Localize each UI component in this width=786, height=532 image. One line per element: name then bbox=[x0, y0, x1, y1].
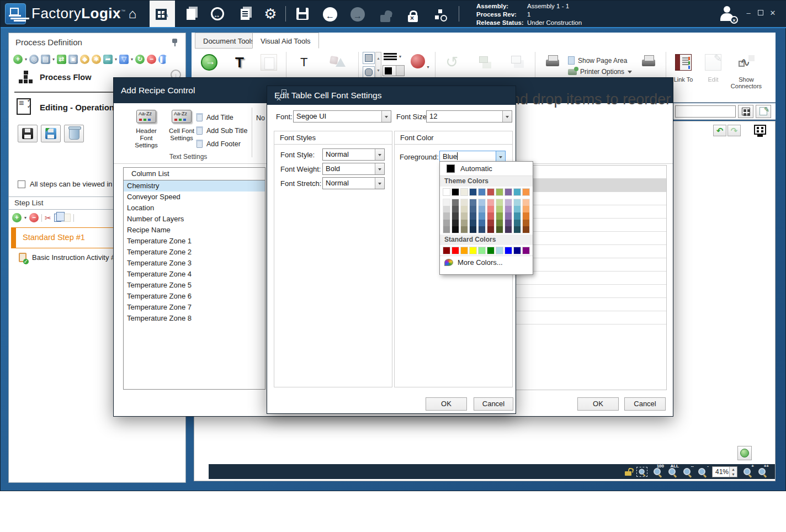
theme-variant-swatch[interactable] bbox=[487, 206, 494, 212]
printer-options-item[interactable]: Printer Options bbox=[568, 68, 633, 76]
theme-variant-swatch[interactable] bbox=[479, 226, 485, 233]
line-style-caret-icon[interactable]: ▾ bbox=[399, 54, 401, 59]
theme-variant-swatch[interactable] bbox=[505, 212, 512, 219]
process-editor-icon[interactable] bbox=[153, 6, 169, 22]
theme-variant-swatch[interactable] bbox=[505, 199, 512, 206]
zoom-in-icon[interactable]: + bbox=[742, 467, 752, 477]
theme-variant-swatch[interactable] bbox=[443, 212, 450, 219]
import-step-button[interactable] bbox=[41, 125, 61, 142]
export-icon[interactable]: ➦ bbox=[103, 55, 113, 64]
print-icon[interactable]: ▤ bbox=[41, 55, 50, 64]
theme-color-swatch[interactable] bbox=[443, 188, 450, 196]
standard-color-dark-red[interactable] bbox=[443, 247, 450, 254]
history-icon[interactable]: ↻ bbox=[135, 55, 145, 64]
standard-color-orange[interactable] bbox=[460, 247, 468, 254]
font-ok-button[interactable]: OK bbox=[426, 397, 467, 411]
fill-caret-icon[interactable]: ▾ bbox=[427, 65, 429, 70]
column-list-item[interactable]: Chemistry bbox=[124, 180, 265, 191]
refresh-view-button[interactable] bbox=[737, 446, 752, 460]
theme-color-swatch[interactable] bbox=[496, 188, 503, 196]
standard-color-green[interactable] bbox=[487, 247, 495, 254]
tab-visual-aid-tools[interactable]: Visual Aid Tools bbox=[252, 33, 319, 49]
theme-variant-swatch[interactable] bbox=[452, 226, 459, 233]
column-list-item[interactable]: Temperature Zone 3 bbox=[124, 258, 265, 269]
theme-variant-swatch[interactable] bbox=[470, 226, 476, 233]
theme-variant-swatch[interactable] bbox=[470, 212, 476, 219]
column-list-item[interactable]: Number of Layers bbox=[124, 214, 265, 225]
standard-color-blue[interactable] bbox=[504, 247, 512, 254]
add-footer-item[interactable]: Add Footer bbox=[197, 137, 257, 151]
header-font-settings-button[interactable]: Header Font Settings bbox=[129, 108, 163, 156]
gear-icon[interactable]: ⚙ bbox=[262, 6, 279, 22]
theme-variant-swatch[interactable] bbox=[487, 220, 494, 226]
theme-variant-swatch[interactable] bbox=[487, 212, 494, 219]
show-page-area-item[interactable]: Show Page Area bbox=[568, 56, 633, 65]
theme-variant-swatch[interactable] bbox=[479, 212, 485, 219]
column-list-item[interactable]: Temperature Zone 6 bbox=[124, 291, 265, 302]
theme-variant-swatch[interactable] bbox=[443, 206, 450, 212]
recipe-ok-button[interactable]: OK bbox=[577, 397, 619, 411]
line-color-combo[interactable] bbox=[383, 65, 405, 76]
add-icon[interactable]: + bbox=[13, 55, 23, 64]
theme-variant-swatch[interactable] bbox=[487, 199, 494, 206]
font-dialog-titlebar[interactable]: Edit Table Cell Font Settings – ✕ bbox=[267, 86, 516, 105]
theme-variant-swatch[interactable] bbox=[523, 212, 529, 219]
theme-variant-swatch[interactable] bbox=[496, 212, 503, 219]
arrange-icon[interactable]: ⇄ bbox=[57, 55, 66, 64]
cut-icon[interactable]: ✂ bbox=[45, 214, 51, 222]
column-list-item[interactable]: Temperature Zone 7 bbox=[124, 302, 265, 313]
print-caret-icon[interactable]: ▾ bbox=[52, 57, 55, 62]
recipe-cancel-button[interactable]: Cancel bbox=[624, 397, 666, 411]
lock-x-icon[interactable]: × bbox=[405, 6, 421, 22]
column-list-item[interactable]: Location bbox=[124, 203, 265, 214]
theme-variant-swatch[interactable] bbox=[461, 220, 468, 226]
documents-icon[interactable] bbox=[183, 6, 199, 22]
font-stretch-combo[interactable]: Normal bbox=[322, 177, 385, 189]
gear-icon[interactable]: ✱ bbox=[92, 55, 101, 64]
theme-variant-swatch[interactable] bbox=[479, 206, 485, 212]
theme-variant-swatch[interactable] bbox=[479, 220, 485, 226]
theme-variant-swatch[interactable] bbox=[505, 206, 512, 212]
theme-variant-swatch[interactable] bbox=[514, 220, 521, 226]
font-family-combo[interactable]: Segoe UI bbox=[293, 110, 391, 123]
column-list-item[interactable]: Temperature Zone 1 bbox=[124, 236, 265, 247]
delete-step-button[interactable] bbox=[64, 125, 84, 142]
theme-variant-swatch[interactable] bbox=[461, 212, 468, 219]
find-icon[interactable]: ◎ bbox=[29, 55, 39, 64]
theme-variant-swatch[interactable] bbox=[523, 220, 529, 226]
unlock-icon[interactable] bbox=[377, 6, 394, 22]
theme-variant-swatch[interactable] bbox=[514, 226, 521, 233]
font-size-combo[interactable]: 12 bbox=[426, 110, 512, 123]
theme-variant-swatch[interactable] bbox=[523, 206, 529, 212]
copy-icon[interactable] bbox=[54, 214, 61, 222]
paste-icon[interactable] bbox=[64, 214, 71, 222]
theme-variant-swatch[interactable] bbox=[479, 199, 485, 206]
add-caret-icon[interactable]: ▾ bbox=[25, 57, 27, 62]
theme-variant-swatch[interactable] bbox=[470, 199, 476, 206]
theme-variant-swatch[interactable] bbox=[452, 206, 459, 212]
column-list-item[interactable]: Temperature Zone 8 bbox=[124, 313, 265, 324]
font-cancel-button[interactable]: Cancel bbox=[474, 397, 513, 411]
report-icon[interactable] bbox=[237, 6, 253, 22]
minimize-button[interactable]: – bbox=[743, 9, 753, 17]
square-shape-button[interactable] bbox=[363, 52, 375, 64]
zoom-all-icon[interactable]: ALL bbox=[667, 467, 677, 477]
zoom-out-fast-icon[interactable]: -- bbox=[682, 467, 692, 477]
theme-color-swatch[interactable] bbox=[452, 188, 459, 196]
line-thickness-icon[interactable] bbox=[384, 53, 397, 61]
flow-search-icon[interactable] bbox=[432, 6, 449, 22]
font-style-combo[interactable]: Normal bbox=[322, 148, 385, 161]
theme-variant-swatch[interactable] bbox=[443, 199, 450, 206]
user-logout-icon[interactable]: × bbox=[718, 5, 737, 23]
theme-variant-swatch[interactable] bbox=[496, 199, 503, 206]
export-caret-icon[interactable]: ▾ bbox=[115, 57, 117, 62]
theme-color-swatch[interactable] bbox=[513, 188, 521, 196]
activity-row[interactable]: Basic Instruction Activity #1 bbox=[19, 253, 119, 262]
add-step-caret-icon[interactable]: ▾ bbox=[24, 215, 26, 220]
show-connectors-button[interactable]: Show Connectors bbox=[729, 51, 764, 97]
theme-variant-swatch[interactable] bbox=[487, 226, 494, 233]
standard-color-yellow[interactable] bbox=[469, 247, 477, 254]
canvas-edit-button[interactable] bbox=[756, 105, 771, 118]
standard-color-dark-blue[interactable] bbox=[513, 247, 521, 254]
theme-variant-swatch[interactable] bbox=[496, 206, 503, 212]
